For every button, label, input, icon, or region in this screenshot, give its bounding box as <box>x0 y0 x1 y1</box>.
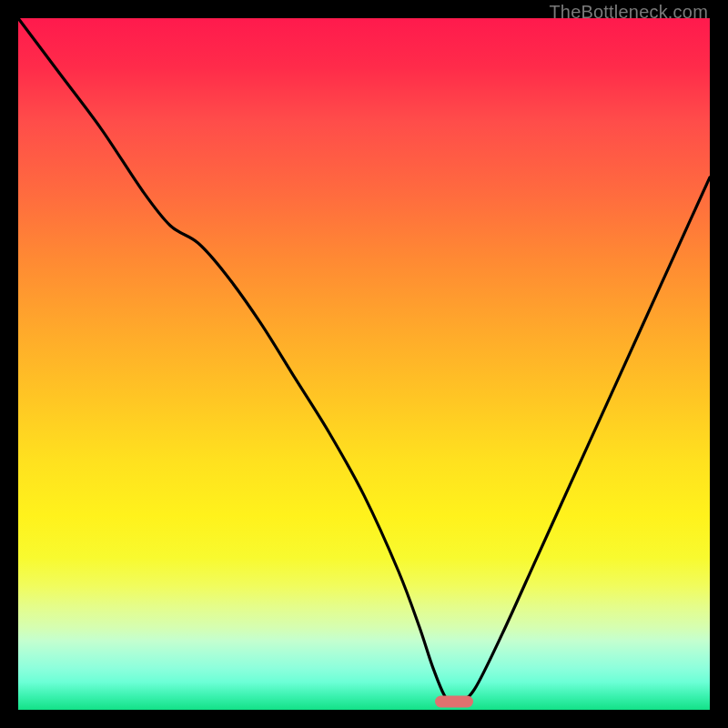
plot-area <box>18 18 710 710</box>
chart-frame: TheBottleneck.com <box>0 0 728 728</box>
bottleneck-curve <box>18 18 710 703</box>
bottleneck-marker <box>435 695 473 707</box>
bottleneck-curve-svg <box>18 18 710 710</box>
